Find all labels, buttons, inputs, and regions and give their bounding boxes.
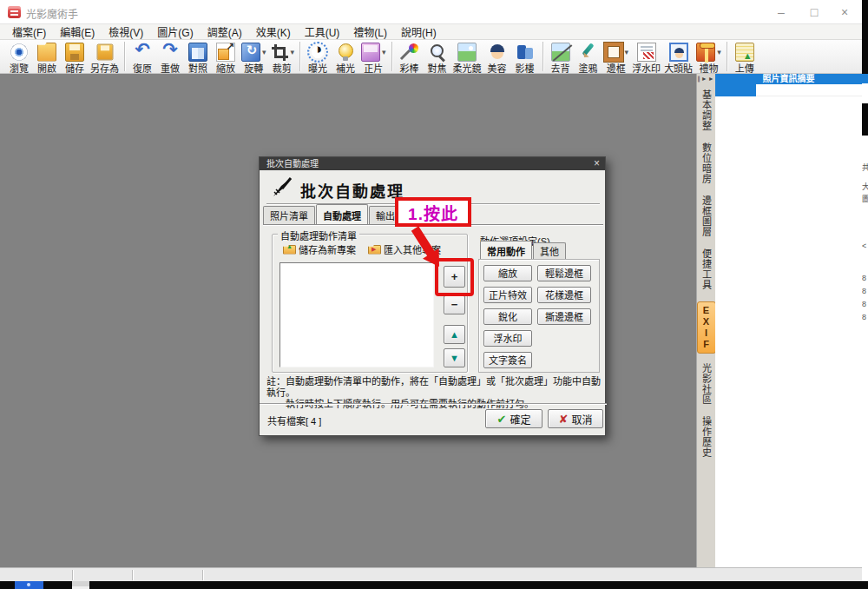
toolbar-button-focus-magnifier[interactable]: 對焦 (424, 41, 451, 76)
add-action-button[interactable]: + (444, 266, 465, 288)
toolbar-button-label: 邊框 (607, 61, 626, 75)
toolbar-button-frame[interactable]: ▾邊框 (602, 41, 631, 76)
film-effect-button[interactable]: 正片特效 (483, 287, 532, 303)
toolbar-button-upload[interactable]: 上傳 (731, 41, 759, 76)
toolbar-button-studio[interactable]: 影樓 (511, 41, 539, 76)
sharpen-button[interactable]: 銳化 (483, 308, 532, 325)
save-as-floppy-icon (96, 43, 113, 60)
menu-item-gifts[interactable]: 禮物(L) (346, 23, 394, 40)
toolbar-button-crop[interactable]: ▾裁剪 (268, 41, 297, 76)
toolbar-button-label: 彩棒 (400, 61, 419, 75)
toolbar-button-label: 瀏覽 (10, 61, 29, 75)
toolbar-button-doodle-pen[interactable]: 塗鴉 (575, 41, 602, 76)
toolbar-button-beauty-face[interactable]: 美容 (483, 41, 511, 76)
toolbar-button-save-as-floppy[interactable]: 另存為 (89, 41, 121, 76)
sidebar-collapse-icon[interactable]: ∥►► (697, 74, 714, 89)
exif-table-header-cell (715, 84, 756, 96)
toolbar-button-resize[interactable]: 縮放 (212, 41, 240, 76)
dropdown-arrow-icon[interactable]: ▾ (291, 48, 295, 56)
sidebar-tab-basic-adjust[interactable]: 基本調整 (699, 89, 714, 131)
window-edge-text-fragment: 8 (862, 300, 868, 308)
statusbar-separator (132, 570, 133, 580)
toolbar-button-redo-arrow[interactable]: 重做 (156, 41, 184, 76)
sidebar-tab-digital-darkroom[interactable]: 數位暗房 (699, 142, 714, 184)
toolbar-button-photo-sticker[interactable]: 大頭貼 (662, 41, 694, 76)
sidebar-tab-community[interactable]: 光影社區 (699, 363, 714, 405)
toolbar-button-compare-windows[interactable]: 對照 (184, 41, 212, 76)
cross-icon: ✘ (559, 413, 569, 426)
options-tab-other[interactable]: 其他 (533, 242, 566, 259)
background-window-edge: 共大圖<8888 (862, 0, 868, 589)
toolbar-button-save-floppy[interactable]: 儲存 (61, 41, 89, 76)
pattern-frame-button[interactable]: 花樣邊框 (537, 287, 591, 303)
toolbar-button-positive-film[interactable]: ▾正片 (359, 41, 388, 76)
menu-item-effects[interactable]: 效果(K) (249, 23, 298, 40)
taskbar-app-button[interactable] (15, 581, 43, 589)
taskbar-app-button[interactable] (72, 581, 89, 589)
sidebar-tab-handy-tools[interactable]: 便捷工具 (699, 248, 714, 290)
statusbar-separator (72, 570, 73, 580)
gift-icon (696, 43, 715, 62)
exposure-icon (308, 43, 327, 62)
dialog-tab-auto-process[interactable]: 自動處理 (316, 204, 368, 224)
action-listbox[interactable] (279, 262, 434, 367)
sidebar-tab-history[interactable]: 操作歷史 (699, 416, 714, 458)
toolbar-button-watermark[interactable]: 浮水印 (630, 41, 662, 76)
toolbar-button-color-wand[interactable]: 彩棒 (396, 41, 424, 76)
sidebar-tab-exif[interactable]: EXIF (697, 301, 716, 354)
toolbar-button-label: 縮放 (216, 61, 235, 75)
toolbar-separator (299, 42, 300, 71)
ok-button[interactable]: ✔ 確定 (485, 409, 542, 428)
scale-button[interactable]: 縮放 (483, 265, 532, 281)
toolbar-button-label: 大頭貼 (664, 61, 693, 75)
dropdown-arrow-icon[interactable]: ▾ (717, 48, 721, 56)
remove-action-button[interactable]: − (444, 295, 465, 314)
toolbar-button-exposure[interactable]: 曝光 (304, 41, 332, 76)
save-as-new-project-link[interactable]: 儲存為新專案 (283, 242, 356, 256)
dialog-tab-photo-list[interactable]: 照片清單 (263, 206, 315, 224)
move-down-button[interactable]: ▼ (444, 348, 465, 367)
maximize-button[interactable]: □ (801, 4, 827, 20)
menu-item-tools[interactable]: 工具(U) (298, 23, 347, 40)
close-button[interactable]: × (832, 4, 858, 20)
toolbar-button-gift[interactable]: ▾禮物 (694, 41, 723, 76)
minimize-button[interactable]: – (768, 4, 794, 20)
cancel-button[interactable]: ✘ 取消 (548, 409, 603, 428)
toolbar-button-browse-eye[interactable]: 瀏覽 (5, 41, 33, 76)
easy-frame-button[interactable]: 輕鬆邊框 (537, 265, 591, 281)
text-signature-button[interactable]: 文字簽名 (483, 352, 532, 368)
toolbar-button-rotate[interactable]: ▾旋轉 (240, 41, 268, 76)
move-up-button[interactable]: ▲ (444, 325, 465, 344)
redo-arrow-icon (161, 43, 180, 62)
toolbar-button-label: 對照 (188, 61, 207, 75)
exif-panel: 照片資訊摘要 (715, 74, 862, 567)
toolbar-button-label: 美容 (488, 61, 507, 75)
toolbar-button-undo-arrow[interactable]: 復原 (128, 41, 156, 76)
import-project-folder-icon (368, 245, 381, 255)
toolbar-button-fill-light-bulb[interactable]: 補光 (332, 41, 359, 76)
color-wand-icon (400, 43, 419, 62)
watermark-button[interactable]: 浮水印 (483, 330, 532, 347)
toolbar-button-open-folder[interactable]: 開啟 (33, 41, 61, 76)
menu-item-help[interactable]: 說明(H) (394, 23, 444, 40)
sidebar-tab-frame-layers[interactable]: 邊框圖層 (699, 195, 714, 237)
dialog-close-icon[interactable]: × (594, 157, 600, 170)
dropdown-arrow-icon[interactable]: ▾ (625, 48, 629, 56)
toolbar-button-label: 禮物 (699, 61, 718, 75)
soft-lens-icon (457, 43, 477, 62)
note-line-1: 註：自動處理動作清單中的動作，將在「自動處理」或「批次處理」功能中自動執行。 (266, 376, 605, 399)
app-logo-icon (8, 6, 21, 18)
dialog-titlebar[interactable]: 批次自動處理 (260, 157, 605, 170)
menu-item-picture[interactable]: 圖片(G) (150, 23, 200, 40)
options-tab-common-actions[interactable]: 常用動作 (480, 241, 532, 259)
dropdown-arrow-icon[interactable]: ▾ (382, 48, 386, 56)
dropdown-arrow-icon[interactable]: ▾ (262, 48, 266, 56)
toolbar-button-remove-background[interactable]: 去背 (547, 41, 575, 76)
torn-edge-frame-button[interactable]: 撕邊邊框 (537, 308, 591, 325)
menu-item-file[interactable]: 檔案(F) (5, 23, 53, 40)
menu-item-adjust[interactable]: 調整(A) (201, 23, 249, 40)
menu-item-view[interactable]: 檢視(V) (102, 23, 150, 40)
import-other-project-link[interactable]: 匯入其他專案 (368, 242, 441, 256)
menu-item-edit[interactable]: 編輯(E) (53, 23, 102, 40)
toolbar-button-soft-lens[interactable]: 柔光鏡 (451, 41, 483, 76)
